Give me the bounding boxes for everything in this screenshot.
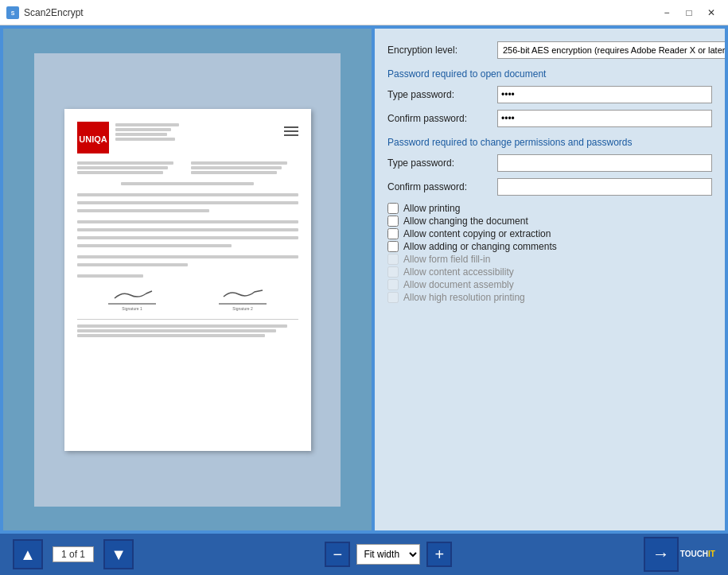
checkbox-label-1: Allow printing (403, 203, 460, 214)
main-content: UNIQA (0, 25, 728, 534)
minimize-button[interactable]: − (656, 5, 677, 21)
section1-title: Password required to open document (387, 68, 712, 80)
checkbox-label-8: Allow high resolution printing (403, 292, 525, 303)
settings-panel: Encryption level: 256-bit AES encryption… (375, 29, 725, 530)
svg-text:UNIQA: UNIQA (79, 134, 107, 144)
checkbox-7 (387, 279, 399, 290)
zoom-select[interactable]: Fit widthFit page50%75%100%125%150%200% (356, 544, 420, 565)
app-icon: S (6, 6, 19, 19)
checkbox-2[interactable] (387, 216, 399, 227)
type-password-row1: Type password: (387, 86, 712, 103)
type-password-label1: Type password: (387, 89, 491, 100)
page-info: 1 of 1 (53, 546, 94, 562)
checkbox-row-4: Allow adding or changing comments (387, 240, 712, 253)
checkbox-label-4: Allow adding or changing comments (403, 241, 557, 252)
app-title: Scan2Encrypt (24, 7, 656, 18)
checkbox-label-6: Allow content accessibility (403, 266, 514, 278)
document-preview-panel: UNIQA (3, 29, 372, 530)
confirm-password-row1: Confirm password: (387, 110, 712, 127)
checkbox-label-7: Allow document assembly (403, 279, 514, 290)
checkbox-5 (387, 254, 399, 265)
checkbox-row-6: Allow content accessibility (387, 266, 712, 278)
prev-page-button[interactable]: ▲ (13, 539, 43, 569)
checkbox-4[interactable] (387, 241, 399, 252)
type-password-row2: Type password: (387, 154, 712, 172)
document-page: UNIQA (64, 109, 311, 451)
type-password-input2[interactable] (497, 154, 712, 172)
checkbox-8 (387, 292, 399, 303)
checkbox-3[interactable] (387, 228, 399, 239)
permissions-checkboxes: Allow printingAllow changing the documen… (387, 202, 712, 304)
type-password-input1[interactable] (497, 86, 712, 103)
checkbox-row-8: Allow high resolution printing (387, 291, 712, 304)
doc-header-text (115, 122, 179, 142)
confirm-password-input1[interactable] (497, 110, 712, 127)
next-arrow-button[interactable]: → (644, 537, 679, 572)
confirm-password-label1: Confirm password: (387, 113, 491, 124)
document-preview: UNIQA (34, 53, 341, 507)
next-page-button[interactable]: ▼ (103, 539, 134, 569)
checkbox-label-5: Allow form field fill-in (403, 254, 490, 265)
doc-logo: UNIQA (77, 122, 109, 153)
maximize-button[interactable]: □ (679, 5, 699, 21)
type-password-label2: Type password: (387, 157, 491, 169)
encryption-level-label: Encryption level: (387, 45, 491, 56)
encryption-level-select[interactable]: 256-bit AES encryption (requires Adobe R… (497, 41, 725, 59)
zoom-select-wrapper: Fit widthFit page50%75%100%125%150%200% (356, 544, 420, 565)
close-button[interactable]: ✕ (701, 5, 722, 21)
checkbox-6 (387, 266, 399, 278)
checkbox-row-2: Allow changing the document (387, 215, 712, 227)
zoom-controls: − Fit widthFit page50%75%100%125%150%200… (325, 542, 452, 567)
doc-menu-icon (284, 126, 298, 136)
bottom-bar: ▲ 1 of 1 ▼ − Fit widthFit page50%75%100%… (0, 534, 728, 575)
svg-text:S: S (11, 10, 15, 16)
confirm-password-label2: Confirm password: (387, 181, 491, 192)
zoom-out-button[interactable]: − (325, 542, 350, 567)
section2-title: Password required to change permissions … (387, 137, 712, 148)
title-bar: S Scan2Encrypt − □ ✕ (0, 0, 728, 25)
checkbox-label-3: Allow content copying or extraction (403, 228, 551, 239)
checkbox-row-3: Allow content copying or extraction (387, 227, 712, 240)
checkbox-label-2: Allow changing the document (403, 216, 528, 227)
checkbox-row-7: Allow document assembly (387, 278, 712, 291)
checkbox-1[interactable] (387, 203, 399, 214)
checkbox-row-5: Allow form field fill-in (387, 253, 712, 266)
zoom-in-button[interactable]: + (426, 542, 452, 567)
encryption-level-row: Encryption level: 256-bit AES encryption… (387, 41, 712, 59)
checkbox-row-1: Allow printing (387, 202, 712, 215)
confirm-password-row2: Confirm password: (387, 178, 712, 196)
confirm-password-input2[interactable] (497, 178, 712, 196)
window-controls: − □ ✕ (656, 5, 722, 21)
touchit-text: TOUCHIT (680, 550, 715, 559)
touchit-logo: → TOUCHIT (644, 537, 715, 572)
